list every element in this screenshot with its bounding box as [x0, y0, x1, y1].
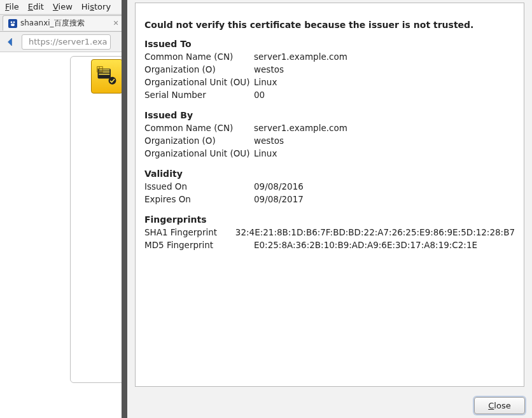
certificate-details-panel: Could not verify this certificate becaus…: [135, 3, 524, 387]
issued-by-heading: Issued By: [144, 110, 515, 120]
value-issued-by-ou: Linux: [254, 147, 515, 160]
validity-heading: Validity: [144, 169, 515, 179]
issued-to-serial: Serial Number 00: [144, 88, 515, 101]
svg-point-1: [13, 21, 15, 23]
issued-to-ou: Organizational Unit (OU) Linux: [144, 76, 515, 88]
issued-by-cn: Common Name (CN) server1.example.com: [144, 122, 515, 134]
value-issued-to-o: westos: [254, 63, 515, 76]
warning-shield-icon: [91, 59, 123, 94]
url-bar[interactable]: https://server1.exa: [22, 34, 111, 50]
issued-to-cn: Common Name (CN) server1.example.com: [144, 50, 515, 63]
label-cn2: Common Name (CN): [144, 122, 254, 134]
cert-error-message: Could not verify this certificate becaus…: [144, 20, 515, 30]
menu-view[interactable]: View: [53, 2, 73, 11]
fingerprints-heading: Fingerprints: [144, 214, 515, 225]
validity-expires-on: Expires On 09/08/2017: [144, 193, 515, 206]
value-md5: E0:25:8A:36:2B:10:B9:AD:A9:6E:3D:17:A8:1…: [254, 239, 515, 251]
value-issued-by-o: westos: [254, 134, 515, 147]
close-button[interactable]: Close: [474, 397, 525, 414]
label-issued-on: Issued On: [144, 180, 254, 193]
svg-point-5: [109, 77, 116, 85]
tab-title: shaanxi_百度搜索: [20, 18, 85, 29]
label-o: Organization (O): [144, 63, 254, 76]
value-sha1: 32:4E:21:8B:1D:B6:7F:BD:BD:22:A7:26:25:E…: [235, 226, 515, 239]
value-issued-to-cn: server1.example.com: [254, 50, 515, 63]
url-text: https://server1.exa: [29, 37, 108, 46]
label-cn: Common Name (CN): [144, 50, 254, 63]
value-issued-on: 09/08/2016: [254, 180, 515, 193]
issued-by-o: Organization (O) westos: [144, 134, 515, 147]
label-sha1: SHA1 Fingerprint: [144, 226, 235, 239]
menu-file[interactable]: File: [5, 2, 19, 11]
label-md5: MD5 Fingerprint: [144, 239, 254, 251]
back-button[interactable]: [3, 34, 19, 50]
svg-point-0: [11, 21, 13, 23]
favicon-baidu-icon: [8, 19, 17, 28]
menu-history[interactable]: History: [81, 2, 111, 11]
issued-to-o: Organization (O) westos: [144, 63, 515, 76]
label-ou: Organizational Unit (OU): [144, 76, 254, 88]
fingerprint-sha1: SHA1 Fingerprint 32:4E:21:8B:1D:B6:7F:BD…: [144, 226, 515, 239]
label-ou2: Organizational Unit (OU): [144, 147, 254, 160]
value-issued-to-serial: 00: [254, 88, 515, 101]
certificate-dialog: ↖ Could not verify this certificate beca…: [122, 0, 532, 418]
label-serial: Serial Number: [144, 88, 254, 101]
value-issued-by-cn: server1.example.com: [254, 122, 515, 134]
fingerprint-md5: MD5 Fingerprint E0:25:8A:36:2B:10:B9:AD:…: [144, 239, 515, 251]
value-issued-to-ou: Linux: [254, 76, 515, 88]
label-o2: Organization (O): [144, 134, 254, 147]
issued-by-ou: Organizational Unit (OU) Linux: [144, 147, 515, 160]
svg-point-2: [11, 24, 15, 26]
browser-tab[interactable]: shaanxi_百度搜索 ✕: [3, 15, 125, 31]
tab-close-icon[interactable]: ✕: [88, 19, 119, 27]
label-expires-on: Expires On: [144, 193, 254, 206]
menu-edit[interactable]: Edit: [28, 2, 44, 11]
validity-issued-on: Issued On 09/08/2016: [144, 180, 515, 193]
issued-to-heading: Issued To: [144, 39, 515, 49]
value-expires-on: 09/08/2017: [254, 193, 515, 206]
